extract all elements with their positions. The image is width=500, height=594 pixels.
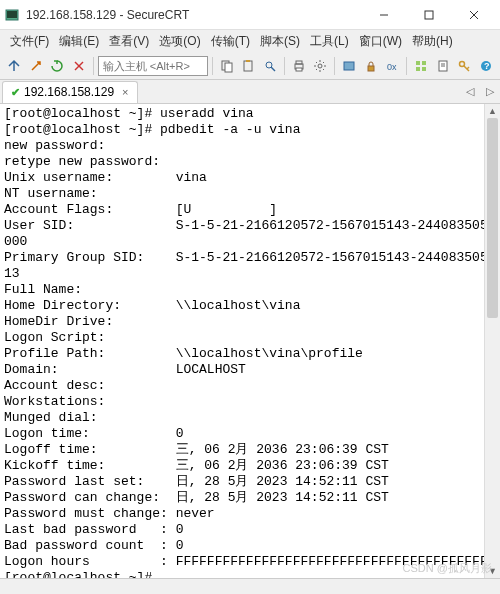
tab-close-icon[interactable]: × — [122, 86, 128, 98]
menu-help[interactable]: 帮助(H) — [408, 31, 457, 52]
connected-icon: ✔ — [11, 86, 20, 99]
minimize-button[interactable] — [361, 1, 406, 29]
svg-rect-3 — [425, 11, 433, 19]
toolbar-separator — [406, 57, 407, 75]
svg-rect-21 — [416, 61, 420, 65]
svg-line-13 — [271, 67, 275, 71]
copy-icon[interactable] — [217, 56, 237, 76]
close-button[interactable] — [451, 1, 496, 29]
toolbar-separator — [284, 57, 285, 75]
menubar: 文件(F) 编辑(E) 查看(V) 选项(O) 传输(T) 脚本(S) 工具(L… — [0, 30, 500, 52]
statusbar — [0, 578, 500, 594]
svg-text:0x: 0x — [387, 62, 397, 72]
scroll-thumb[interactable] — [487, 118, 498, 318]
watermark: CSDN @孤风月影 — [403, 561, 492, 576]
toolbar-separator — [334, 57, 335, 75]
titlebar: 192.168.158.129 - SecureCRT — [0, 0, 500, 30]
svg-line-30 — [467, 67, 469, 69]
reconnect-icon[interactable] — [47, 56, 67, 76]
svg-rect-23 — [416, 67, 420, 71]
tab-next-icon[interactable]: ▷ — [480, 85, 500, 98]
svg-rect-22 — [422, 61, 426, 65]
help-icon[interactable]: ? — [476, 56, 496, 76]
connect-icon[interactable] — [4, 56, 24, 76]
toolbar-separator — [93, 57, 94, 75]
window-buttons — [361, 1, 496, 29]
window-title: 192.168.158.129 - SecureCRT — [26, 8, 361, 22]
tab-label: 192.168.158.129 — [24, 85, 114, 99]
tab-prev-icon[interactable]: ◁ — [460, 85, 480, 98]
scroll-up-icon[interactable]: ▲ — [485, 104, 500, 118]
host-input[interactable] — [98, 56, 208, 76]
menu-file[interactable]: 文件(F) — [6, 31, 53, 52]
menu-window[interactable]: 窗口(W) — [355, 31, 406, 52]
svg-rect-24 — [422, 67, 426, 71]
tile-icon[interactable] — [411, 56, 431, 76]
menu-options[interactable]: 选项(O) — [155, 31, 204, 52]
menu-edit[interactable]: 编辑(E) — [55, 31, 103, 52]
scrollbar[interactable]: ▲ ▼ — [484, 104, 500, 578]
toolbar: 0x ? — [0, 52, 500, 80]
svg-rect-19 — [368, 66, 374, 71]
menu-view[interactable]: 查看(V) — [105, 31, 153, 52]
session-icon[interactable] — [339, 56, 359, 76]
key-icon[interactable] — [455, 56, 475, 76]
disconnect-icon[interactable] — [69, 56, 89, 76]
session-tab[interactable]: ✔ 192.168.158.129 × — [2, 81, 138, 103]
svg-rect-11 — [246, 60, 250, 62]
svg-text:?: ? — [484, 61, 490, 71]
app-icon — [4, 7, 20, 23]
script-icon[interactable] — [433, 56, 453, 76]
svg-rect-1 — [7, 11, 17, 18]
toolbar-separator — [212, 57, 213, 75]
svg-rect-18 — [344, 62, 354, 70]
quick-connect-icon[interactable] — [26, 56, 46, 76]
svg-point-28 — [460, 61, 465, 66]
find-icon[interactable] — [260, 56, 280, 76]
svg-rect-9 — [225, 63, 232, 72]
svg-rect-16 — [296, 68, 302, 71]
print-icon[interactable] — [289, 56, 309, 76]
settings-icon[interactable] — [310, 56, 330, 76]
svg-point-17 — [318, 64, 322, 68]
terminal-output[interactable]: [root@localhost ~]# useradd vina [root@l… — [0, 104, 500, 578]
tabbar: ✔ 192.168.158.129 × ◁ ▷ — [0, 80, 500, 104]
maximize-button[interactable] — [406, 1, 451, 29]
lock-icon[interactable] — [361, 56, 381, 76]
menu-script[interactable]: 脚本(S) — [256, 31, 304, 52]
svg-rect-10 — [244, 61, 252, 71]
paste-icon[interactable] — [238, 56, 258, 76]
menu-transfer[interactable]: 传输(T) — [207, 31, 254, 52]
hex-icon[interactable]: 0x — [383, 56, 403, 76]
menu-tools[interactable]: 工具(L) — [306, 31, 353, 52]
svg-rect-15 — [296, 61, 302, 64]
